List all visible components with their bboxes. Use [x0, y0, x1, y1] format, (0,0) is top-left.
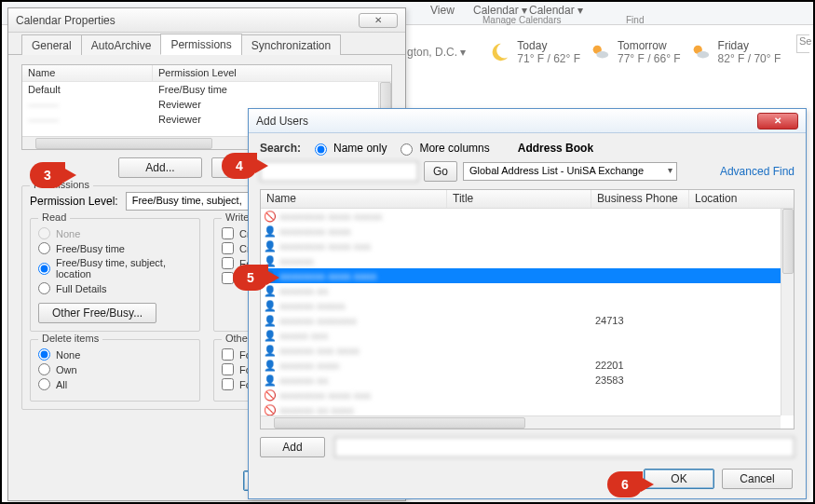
ribbon-group-find: Find	[626, 15, 644, 25]
list-item[interactable]: 🚫aaaaaa aa aaaa	[261, 402, 781, 415]
list-item[interactable]: 👤aaaaaaaa aaaa aaa	[261, 238, 781, 253]
blocked-user-icon: 🚫	[261, 404, 279, 416]
dialog-titlebar: Add Users ✕	[249, 109, 806, 133]
ribbon-group-manage-calendars: Manage Calendars	[482, 15, 562, 25]
moon-icon	[489, 42, 509, 62]
weather-today: Today71° F / 62° F	[489, 39, 580, 65]
tabs: General AutoArchive Permissions Synchron…	[8, 33, 405, 55]
delete-all-radio[interactable]: All	[38, 378, 192, 390]
col-name[interactable]: Name	[261, 190, 447, 208]
add-button[interactable]: Add	[260, 437, 325, 457]
callout-4: 4	[222, 153, 257, 179]
callout-6: 6	[607, 471, 643, 497]
name-only-radio[interactable]: Name only	[310, 141, 387, 156]
person-icon: 👤	[261, 225, 279, 238]
blocked-user-icon: 🚫	[261, 211, 279, 223]
horizontal-scrollbar[interactable]	[261, 415, 781, 429]
list-item[interactable]: 👤aaaaaa aaaaaaa24713	[261, 313, 781, 328]
callout-3: 3	[30, 162, 65, 188]
tab-autoarchive[interactable]: AutoArchive	[81, 34, 162, 55]
add-button[interactable]: Add...	[118, 157, 202, 178]
person-icon: 👤	[261, 345, 279, 357]
close-button[interactable]: ✕	[757, 113, 798, 129]
add-users-dialog: Add Users ✕ Search: Name only More colum…	[248, 108, 807, 499]
col-business-phone[interactable]: Business Phone	[591, 190, 689, 208]
list-item[interactable]: 👤aaaaaaaa aaaa	[261, 224, 781, 238]
search-box-partial[interactable]: Se	[796, 34, 809, 53]
weather-tomorrow: Tomorrow77° F / 66° F	[590, 39, 681, 65]
go-button[interactable]: Go	[424, 161, 457, 182]
list-item[interactable]: 👤aaaaaa aa23583	[261, 373, 781, 388]
list-item[interactable]: 👤aaaaaa aaa aaaa	[261, 343, 781, 358]
read-full-details-radio[interactable]: Full Details	[38, 282, 192, 294]
delete-own-radio[interactable]: Own	[38, 363, 192, 375]
close-button[interactable]: ✕	[359, 13, 398, 28]
col-name[interactable]: Name	[22, 65, 153, 81]
permission-level-label: Permission Level:	[30, 195, 118, 208]
blocked-user-icon: 🚫	[261, 389, 279, 402]
tab-general[interactable]: General	[21, 34, 82, 55]
col-location[interactable]: Location	[689, 190, 794, 208]
search-input[interactable]	[260, 161, 418, 182]
read-label: Read	[38, 211, 70, 223]
location-dropdown[interactable]: gton, D.C. ▾	[407, 46, 480, 59]
svg-point-1	[596, 51, 608, 58]
list-item[interactable]: 👤aaaaa aaa	[261, 328, 781, 343]
read-freebusy-subject-location-radio[interactable]: Free/Busy time, subject, location	[38, 257, 192, 279]
more-columns-radio[interactable]: More columns	[396, 141, 489, 156]
list-item[interactable]: 👤aaaaaa	[261, 253, 781, 268]
weather-friday: Friday82° F / 70° F	[690, 39, 781, 65]
list-item[interactable]: 👤aaaaaa aaaa22201	[261, 358, 781, 373]
address-book-dropdown[interactable]: Global Address List - UniSA Exchange	[463, 162, 677, 181]
results-list[interactable]: Name Title Business Phone Location 🚫aaaa…	[260, 189, 795, 429]
address-book-label: Address Book	[518, 142, 593, 155]
person-icon: 👤	[261, 360, 279, 372]
list-item[interactable]: 👤aaaaaa aa	[261, 283, 781, 298]
tab-permissions[interactable]: Permissions	[160, 34, 241, 55]
tab-synchronization[interactable]: Synchronization	[241, 34, 341, 55]
person-icon: 👤	[261, 315, 279, 327]
list-item[interactable]: Default Free/Busy time	[22, 82, 391, 97]
delete-label: Delete items	[38, 333, 102, 344]
add-members-field[interactable]	[334, 437, 795, 457]
dialog-title: Add Users	[256, 115, 308, 128]
col-title[interactable]: Title	[447, 190, 591, 208]
read-none-radio: None	[38, 227, 192, 239]
vertical-scrollbar[interactable]	[781, 209, 794, 415]
sun-cloud-icon	[590, 42, 610, 62]
dialog-title: Calendar Properties	[16, 14, 115, 27]
weather-bar: gton, D.C. ▾ Today71° F / 62° F Tomorrow…	[407, 28, 813, 76]
sun-cloud-icon	[690, 42, 711, 62]
person-icon: 👤	[261, 300, 279, 312]
ok-button[interactable]: OK	[644, 469, 714, 489]
person-icon: 👤	[261, 330, 279, 342]
list-item[interactable]: 🚫aaaaaaaa aaaa aaaaa	[261, 209, 781, 224]
callout-5: 5	[233, 265, 268, 291]
list-item[interactable]: 🚫aaaaaaaa aaaa aaa	[261, 388, 781, 402]
person-icon: 👤	[261, 375, 279, 387]
read-freebusy-radio[interactable]: Free/Busy time	[38, 242, 192, 254]
list-item[interactable]: 👤aaaaaa aaaaa	[261, 298, 781, 313]
col-permission-level[interactable]: Permission Level	[153, 65, 391, 81]
cancel-button[interactable]: Cancel	[722, 469, 793, 489]
search-label: Search:	[260, 142, 301, 155]
ribbon-view[interactable]: View	[430, 4, 455, 17]
dialog-titlebar: Calendar Properties ✕	[8, 8, 405, 33]
delete-none-radio[interactable]: None	[38, 348, 192, 361]
svg-point-3	[697, 51, 709, 58]
list-item-selected[interactable]: 👤aaaaaaaa aaaa aaaa	[261, 268, 781, 283]
other-freebusy-button[interactable]: Other Free/Busy...	[38, 303, 156, 323]
person-icon: 👤	[261, 240, 279, 252]
advanced-find-link[interactable]: Advanced Find	[720, 165, 795, 178]
